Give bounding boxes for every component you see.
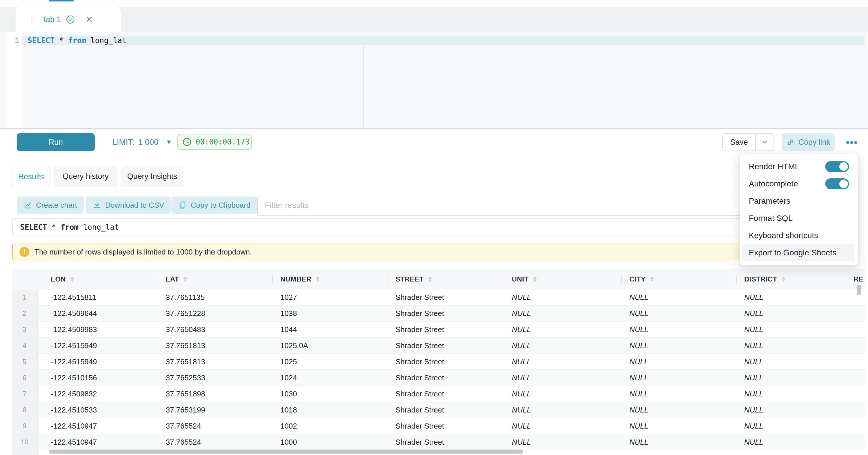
table-cell: NULL — [621, 354, 736, 369]
sql-editor[interactable] — [0, 32, 868, 129]
table-cell: NULL — [621, 418, 736, 434]
table-row[interactable]: 1-122.451581137.76511351027Shrader Stree… — [12, 290, 865, 306]
table-cell: -122.4515811 — [38, 290, 158, 305]
table-cell: NULL — [621, 402, 736, 418]
menu-item-autocomplete[interactable]: Autocomplete — [742, 175, 855, 192]
table-cell: NULL — [621, 434, 736, 450]
row-number-cell: 1 — [12, 290, 38, 305]
table-cell — [851, 370, 865, 386]
menu-item-parameters[interactable]: Parameters — [742, 192, 855, 210]
column-header-label: UNIT — [512, 275, 528, 283]
tab-results[interactable]: Results — [12, 166, 50, 187]
table-cell: 37.7650483 — [158, 322, 272, 337]
table-cell: NULL — [621, 290, 736, 305]
table-row[interactable]: 5-122.451594937.76518131025Shrader Stree… — [12, 354, 865, 370]
sort-arrows-icon — [782, 276, 785, 282]
warning-icon: ! — [20, 247, 29, 257]
table-row[interactable]: 9-122.451094737.7655241002Shrader Street… — [12, 418, 865, 434]
run-button[interactable]: Run — [17, 133, 95, 151]
table-cell: 1018 — [272, 402, 388, 418]
table-cell: 1025 — [272, 354, 388, 369]
table-cell: 37.765524 — [158, 418, 272, 434]
save-button[interactable]: Save — [723, 134, 755, 151]
column-header-label: CITY — [629, 275, 646, 283]
table-cell: NULL — [736, 290, 851, 305]
table-cell: 1024 — [272, 370, 388, 386]
column-header-lon[interactable]: LON — [38, 269, 158, 290]
results-table: LONLATNUMBERSTREETUNITCITYDISTRICTRE 1-1… — [12, 269, 865, 455]
column-header-unit[interactable]: UNIT — [504, 269, 621, 290]
table-row[interactable]: 10-122.451094737.7655241000Shrader Stree… — [12, 434, 865, 450]
table-cell: NULL — [736, 418, 851, 434]
copy-link-button[interactable]: Copy link — [782, 133, 835, 151]
sql-table-name: long_lat — [83, 223, 119, 232]
tab-query-insights[interactable]: Query Insights — [121, 166, 183, 187]
menu-item-label: Parameters — [749, 196, 790, 206]
table-row[interactable]: 2-122.450964437.76512281038Shrader Stree… — [12, 306, 865, 322]
table-cell: NULL — [504, 290, 621, 305]
tab-query-1[interactable]: ⋮ Tab 1 ✕ — [16, 7, 121, 32]
save-options-button[interactable] — [755, 134, 774, 151]
menu-item-label: Autocomplete — [749, 179, 798, 188]
column-header-label: DISTRICT — [744, 275, 777, 283]
tab-query-history[interactable]: Query history — [54, 166, 118, 187]
tab-label[interactable]: Tab 1 — [42, 15, 61, 24]
sort-arrows-icon — [428, 276, 432, 282]
table-row[interactable]: 3-122.450998337.76504831044Shrader Stree… — [12, 322, 865, 338]
table-body: 1-122.451581137.76511351027Shrader Stree… — [12, 290, 865, 455]
drag-handle-icon[interactable]: ⋮ — [28, 16, 36, 23]
menu-item-label: Export to Google Sheets — [749, 248, 836, 257]
table-row[interactable]: 8-122.451053337.76531991018Shrader Stree… — [12, 402, 865, 418]
download-csv-button[interactable]: Download to CSV — [86, 196, 171, 214]
executed-query-bar: SELECT * from long_lat — [12, 218, 855, 236]
table-cell: NULL — [504, 402, 621, 418]
create-chart-button[interactable]: Create chart — [17, 196, 84, 214]
row-number-cell: 9 — [12, 418, 38, 434]
column-header-district[interactable]: DISTRICT — [736, 269, 851, 290]
toggle-switch[interactable] — [825, 178, 849, 189]
row-number-cell: 8 — [12, 402, 38, 418]
toggle-switch[interactable] — [825, 161, 849, 172]
table-cell: 37.7651813 — [158, 354, 272, 369]
column-header-street[interactable]: STREET — [388, 269, 504, 290]
table-cell: Shrader Street — [388, 434, 504, 450]
limit-dropdown[interactable]: LIMIT: 1 000 ▼ — [112, 134, 172, 151]
menu-item-format-sql[interactable]: Format SQL — [742, 210, 855, 227]
vertical-scrollbar[interactable] — [857, 285, 861, 295]
horizontal-scrollbar[interactable] — [49, 450, 523, 454]
sql-code-line[interactable]: SELECT * from long_lat — [28, 36, 126, 46]
table-cell: 37.7652533 — [158, 370, 272, 386]
sort-arrows-icon — [533, 276, 536, 282]
table-cell: 37.7651898 — [158, 386, 272, 401]
sort-arrows-icon — [316, 276, 319, 282]
create-chart-label: Create chart — [36, 201, 77, 210]
sql-keyword: from — [68, 36, 86, 45]
menu-item-render-html[interactable]: Render HTML — [742, 158, 855, 175]
sql-operator: * — [52, 223, 56, 232]
row-number-cell: 5 — [12, 354, 38, 369]
menu-item-label: Keyboard shortcuts — [749, 231, 818, 240]
copy-clipboard-button[interactable]: Copy to Clipboard — [172, 196, 257, 214]
top-strip — [0, 0, 868, 7]
menu-item-keyboard-shortcuts[interactable]: Keyboard shortcuts — [742, 227, 855, 244]
row-number-cell: 4 — [12, 338, 38, 353]
limit-value: 1 000 — [138, 138, 158, 147]
column-header-lat[interactable]: LAT — [158, 269, 272, 290]
table-row[interactable]: 7-122.450983237.76518981030Shrader Stree… — [12, 386, 865, 402]
sort-arrows-icon — [650, 276, 654, 282]
table-cell: 1000 — [272, 434, 388, 450]
table-row[interactable]: 4-122.451594937.76518131025.0AShrader St… — [12, 338, 865, 354]
table-cell: -122.4510156 — [38, 370, 158, 386]
table-cell: 1038 — [272, 306, 388, 321]
row-number-cell: 3 — [12, 322, 38, 337]
column-header-number[interactable]: NUMBER — [272, 269, 388, 290]
more-options-button[interactable]: ••• — [844, 135, 859, 149]
table-cell: Shrader Street — [388, 370, 504, 386]
menu-item-export-to-google-sheets[interactable]: Export to Google Sheets — [742, 244, 855, 262]
table-row[interactable]: 6-122.451015637.76525331024Shrader Stree… — [12, 370, 865, 386]
table-cell: NULL — [736, 338, 851, 353]
table-cell — [851, 354, 865, 369]
column-header-city[interactable]: CITY — [621, 269, 736, 290]
close-icon[interactable]: ✕ — [86, 15, 93, 24]
download-csv-label: Download to CSV — [105, 201, 164, 210]
